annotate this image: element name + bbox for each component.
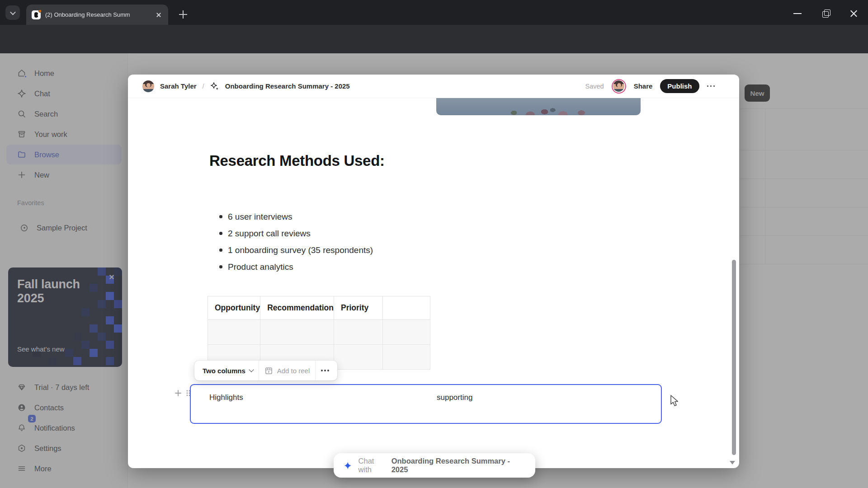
mouse-cursor [670,395,680,408]
presence-avatar[interactable] [612,79,626,94]
new-tab-button[interactable] [177,9,189,20]
window-minimize-button[interactable] [784,0,812,25]
table-header-cell[interactable]: Opportunity [208,296,260,320]
publish-button[interactable]: Publish [660,79,699,93]
chat-document-title: Onboarding Research Summary - 2025 [392,457,525,474]
browser-tabstrip: (2) Onboarding Research Summ [0,0,868,25]
bullet-item[interactable]: 6 user interviews [218,208,373,225]
block-gutter [175,389,191,397]
block-toolbar: Two columns Add to reel [194,361,337,380]
window-close-button[interactable] [840,0,868,25]
table-cell[interactable] [382,320,430,345]
window-controls [784,0,868,25]
table-cell[interactable] [334,345,382,370]
browser-toolbar: moodjoy-team-2h2v.dovetail.com/insights/… [0,25,868,53]
bullet-item[interactable]: Product analytics [218,258,373,275]
scrollbar-thumb[interactable] [732,260,736,455]
saved-status: Saved [585,83,604,90]
opportunity-table[interactable]: Opportunity Recommendation Priority [208,296,430,370]
chat-with-document-bar[interactable]: Chat with Onboarding Research Summary - … [334,453,535,478]
tab-close-icon[interactable] [155,11,163,19]
layout-dropdown[interactable]: Two columns [197,361,259,380]
chat-prefix: Chat with [359,457,389,474]
table-cell[interactable] [208,320,260,345]
screen: (2) Onboarding Research Summ moodjoy-tea… [0,0,868,488]
table-row [208,320,430,345]
scrollbar-down-arrow[interactable] [730,461,735,465]
favicon-notification-dot [38,9,42,13]
breadcrumb-separator: / [203,82,204,90]
author-name[interactable]: Sarah Tyler [160,82,197,90]
document-header-actions: Saved Share Publish [585,79,726,94]
table-header-row: Opportunity Recommendation Priority [208,296,430,320]
reel-icon [264,366,273,375]
share-button[interactable]: Share [634,82,653,90]
column-left-text[interactable]: Highlights [209,393,243,402]
document-header: Sarah Tyler / Onboarding Research Summar… [128,75,739,98]
insight-document-panel: Sarah Tyler / Onboarding Research Summar… [128,75,739,468]
table-header-cell[interactable]: Priority [334,296,382,320]
document-heading[interactable]: Research Methods Used: [209,152,385,169]
table-cell[interactable] [382,345,430,370]
browser-tab[interactable]: (2) Onboarding Research Summ [26,5,168,25]
tab-title: (2) Onboarding Research Summ [45,11,146,18]
chevron-down-icon [249,367,254,372]
document-title[interactable]: Onboarding Research Summary - 2025 [225,82,350,90]
table-cell[interactable] [260,320,334,345]
bullet-list[interactable]: 6 user interviews 2 support call reviews… [218,208,373,275]
block-more-icon[interactable] [316,361,335,380]
two-columns-block[interactable]: Highlights supporting [190,384,662,424]
insight-sparkle-icon [210,82,219,91]
table-header-cell[interactable]: Recommendation [260,296,334,320]
table-cell[interactable] [334,320,382,345]
add-to-reel-button[interactable]: Add to reel [259,361,316,380]
document-more-icon[interactable] [707,85,715,87]
window-restore-button[interactable] [812,0,840,25]
tab-search-button[interactable] [5,5,20,20]
chevron-down-icon [10,9,16,15]
dovetail-favicon [32,10,41,19]
table-header-cell[interactable] [382,296,430,320]
document-hero-image[interactable] [436,98,641,115]
add-block-icon[interactable] [175,389,182,397]
bullet-item[interactable]: 1 onboarding survey (35 respondents) [218,242,373,258]
author-avatar[interactable] [142,80,154,92]
bullet-item[interactable]: 2 support call reviews [218,225,373,242]
chat-sparkle-icon [344,461,352,470]
column-right-text[interactable]: supporting [437,393,472,402]
